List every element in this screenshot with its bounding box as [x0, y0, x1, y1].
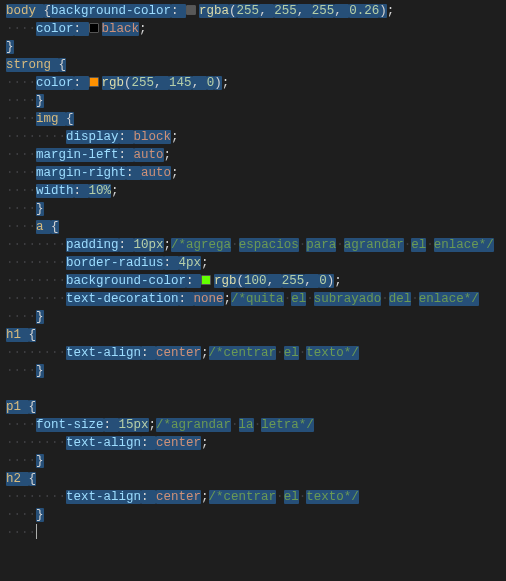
code-line[interactable]: ····width: 10%; [0, 182, 506, 200]
indent-dots: ···· [6, 256, 36, 270]
token-comment: subrayado [314, 292, 382, 306]
token-prop: margin-left [36, 148, 119, 162]
color-swatch[interactable] [89, 77, 99, 87]
code-line[interactable]: p1 { [0, 398, 506, 416]
color-swatch[interactable] [201, 275, 211, 285]
code-line[interactable]: ····} [0, 92, 506, 110]
code-line[interactable]: ···· [0, 524, 506, 542]
indent-dots: ···· [6, 238, 36, 252]
token-prop: display [66, 130, 119, 144]
indent-dots: ···· [6, 292, 36, 306]
token-punc: ; [164, 238, 172, 252]
token-num: 145 [169, 76, 192, 90]
token-punc: , [154, 76, 169, 90]
token-prop: color [36, 76, 74, 90]
token-prop: text-align [66, 436, 141, 450]
token-prop: color [36, 22, 74, 36]
token-num: 4px [179, 256, 202, 270]
code-line[interactable]: ········border-radius: 4px; [0, 254, 506, 272]
token-punc: { [59, 58, 67, 72]
indent-dots: ···· [6, 310, 36, 324]
token-num: 100 [244, 274, 267, 288]
code-line[interactable]: ········text-align: center; [0, 434, 506, 452]
token-punc: : [119, 130, 134, 144]
code-line[interactable]: ········padding: 10px;/*agrega·espacios·… [0, 236, 506, 254]
whitespace-dot: · [254, 418, 262, 432]
code-line[interactable]: ····} [0, 362, 506, 380]
token-prop: background-color [51, 4, 171, 18]
code-line[interactable]: ····} [0, 452, 506, 470]
token-prop: font-size [36, 418, 104, 432]
whitespace-dot: · [284, 292, 292, 306]
token-prop: width [36, 184, 74, 198]
indent-dots: ···· [6, 76, 36, 90]
code-line[interactable]: ····} [0, 506, 506, 524]
token-prop: background-color [66, 274, 186, 288]
code-line[interactable]: ········text-decoration: none;/*quita·el… [0, 290, 506, 308]
token-punc: , [259, 4, 274, 18]
token-num: 15px [119, 418, 149, 432]
token-func: rgb [102, 76, 125, 90]
indent-dots: ···· [6, 220, 36, 234]
token-comment: /*agrandar [156, 418, 231, 432]
token-comment: /*centrar [209, 346, 277, 360]
code-line[interactable]: ····color: rgb(255, 145, 0); [0, 74, 506, 92]
color-swatch[interactable] [186, 5, 196, 15]
token-punc: ) [214, 76, 222, 90]
code-line[interactable]: ····margin-left: auto; [0, 146, 506, 164]
token-punc: } [36, 310, 44, 324]
code-line[interactable]: ········text-align: center;/*centrar·el·… [0, 344, 506, 362]
token-comment: el [411, 238, 426, 252]
code-line[interactable]: ········background-color: rgb(100, 255, … [0, 272, 506, 290]
code-line[interactable]: h2 { [0, 470, 506, 488]
code-editor[interactable]: body {background-color: rgba(255, 255, 2… [0, 2, 506, 542]
token-comment: enlace*/ [434, 238, 494, 252]
token-punc: ; [224, 292, 232, 306]
token-punc: : [141, 346, 156, 360]
token-sel: h1 [6, 328, 29, 342]
indent-dots: ···· [6, 130, 36, 144]
token-func: rgb [214, 274, 237, 288]
token-punc: : [74, 76, 89, 90]
token-val: center [156, 490, 201, 504]
token-comment: el [284, 490, 299, 504]
token-sel: p1 [6, 400, 29, 414]
indent-dots: ···· [36, 490, 66, 504]
whitespace-dot: · [276, 346, 284, 360]
code-line[interactable]: ····color: black; [0, 20, 506, 38]
code-line[interactable] [0, 380, 506, 398]
code-line[interactable]: ····font-size: 15px;/*agrandar·la·letra*… [0, 416, 506, 434]
code-line[interactable]: ········text-align: center;/*centrar·el·… [0, 488, 506, 506]
code-line[interactable]: ····a { [0, 218, 506, 236]
color-swatch[interactable] [89, 23, 99, 33]
token-comment: espacios [239, 238, 299, 252]
code-line[interactable]: h1 { [0, 326, 506, 344]
indent-dots: ···· [6, 112, 36, 126]
token-punc: ; [139, 22, 147, 36]
code-line[interactable]: strong { [0, 56, 506, 74]
token-punc: : [74, 22, 89, 36]
token-val: black [102, 22, 140, 36]
indent-dots: ···· [6, 184, 36, 198]
code-line[interactable]: ····img { [0, 110, 506, 128]
indent-dots: ···· [36, 130, 66, 144]
token-prop: text-decoration [66, 292, 179, 306]
indent-dots: ···· [6, 454, 36, 468]
code-line[interactable]: ····margin-right: auto; [0, 164, 506, 182]
code-line[interactable]: ····} [0, 308, 506, 326]
code-line[interactable]: ········display: block; [0, 128, 506, 146]
token-sel: h2 [6, 472, 29, 486]
token-num: 10px [134, 238, 164, 252]
whitespace-dot: · [306, 292, 314, 306]
code-line[interactable]: ····} [0, 200, 506, 218]
indent-dots: ···· [6, 22, 36, 36]
indent-dots: ···· [6, 418, 36, 432]
token-func: rgba [199, 4, 229, 18]
token-punc: : [119, 148, 134, 162]
token-punc: ; [171, 166, 179, 180]
code-line[interactable]: } [0, 38, 506, 56]
code-line[interactable]: body {background-color: rgba(255, 255, 2… [0, 2, 506, 20]
token-comment: el [284, 346, 299, 360]
token-val: center [156, 346, 201, 360]
token-num: 255 [132, 76, 155, 90]
